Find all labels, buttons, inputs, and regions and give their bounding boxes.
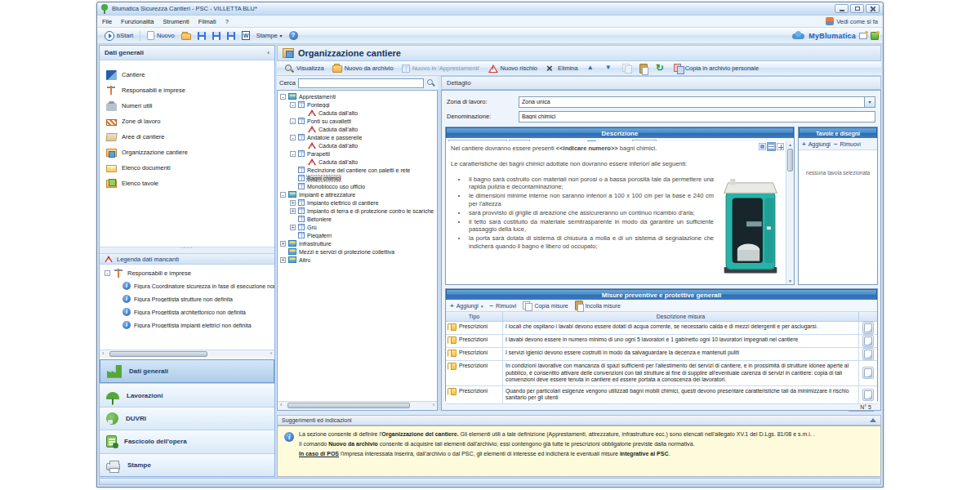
nav-stampe[interactable]: Stampe [100,453,274,476]
nuovo-da-archivio-button[interactable]: Nuovo da archivio [328,63,398,74]
sidebar-splitter[interactable] [100,247,274,253]
incolla-misure-button[interactable]: Incolla misure [575,301,621,310]
tree-toggle[interactable]: - [290,118,296,124]
tree-toggle[interactable]: - [290,151,296,157]
nuovo-rischio-button[interactable]: Nuovo rischio [484,64,541,74]
nav-lavorazioni[interactable]: Lavorazioni [100,383,274,406]
tree-node-caduta-dall-alto[interactable]: Caduta dall'alto [278,109,437,117]
copia-in-archivio-personale-button[interactable]: Copia in archivio personale [670,63,763,74]
maximize-button[interactable] [850,4,864,13]
nav-fascicolo-dell-opera[interactable]: Fascicolo dell'opera [100,430,274,452]
close-button[interactable] [866,4,880,13]
tree-node-caduta-dall-alto[interactable]: Caduta dall'alto [278,158,437,166]
tree-node-andatoie-e-passerelle[interactable]: -Andatoie e passerelle [278,133,437,141]
bstart-button[interactable]: bStart [101,30,136,42]
tree-node-betoniere[interactable]: Betoniere [278,215,437,223]
vedi-come-si-fa-link[interactable]: Vedi come si fa [826,17,878,25]
suggestions-header[interactable]: Suggerimenti ed indicazioni [277,415,881,425]
scroll-thumb[interactable] [109,351,207,357]
zona-dropdown-button[interactable] [865,96,875,108]
tree-node-impianti-e-attrezzature[interactable]: -Impianti e attrezzature [278,190,437,198]
tree-toggle[interactable]: - [280,192,286,198]
tree-toggle[interactable]: + [290,200,296,206]
tree-hscrollbar[interactable] [278,401,437,410]
tree-toggle[interactable]: + [280,257,286,263]
save-button[interactable] [194,31,209,41]
copia-misure-button[interactable]: Copia misure [523,301,568,310]
nav-dati-generali[interactable]: Dati generali [100,359,274,383]
save-as-button[interactable] [224,31,238,41]
note-button[interactable] [862,322,874,334]
search-input[interactable] [298,78,424,88]
stampe-button[interactable]: Stampe [253,31,286,40]
sidebar-item-organizzazione-cantiere[interactable]: Organizzazione cantiere [100,145,274,160]
sidebar-item-aree-di-cantiere[interactable]: Aree di cantiere [100,129,274,145]
editor-vscrollbar[interactable] [786,141,794,284]
tree-node-ponti-su-cavalletti[interactable]: -Ponti su cavalletti [278,117,437,125]
nav-duvri[interactable]: DUVRI [100,407,274,430]
tree-node-monoblocco-uso-ufficio[interactable]: Monoblocco uso ufficio [278,182,437,190]
tree-node-impianto-di-terra-e-di-protezione-contro-le-scariche[interactable]: +Impianto di terra e di protezione contr… [278,207,437,215]
note-button[interactable] [862,348,874,360]
menu-filmati[interactable]: Filmati [198,18,216,25]
scroll-thumb[interactable] [787,149,793,172]
sidebar-item-responsabili-e-imprese[interactable]: Responsabili e imprese [100,82,274,98]
sidebar-item-zone-di-lavoro[interactable]: Zone di lavoro [100,114,274,129]
export-word-button[interactable] [238,30,253,41]
sidebar-item-elenco-documenti[interactable]: Elenco documenti [100,160,274,176]
misure-rimuovi-button[interactable]: Rimuovi [489,302,516,310]
up-button[interactable] [582,63,600,74]
nuovo-button[interactable]: Nuovo [144,30,178,41]
legend-hscrollbar[interactable] [100,350,274,358]
mybluematica-label[interactable]: MyBlumatica [808,32,856,40]
tree-node-piegaferri[interactable]: Piegaferri [278,231,437,239]
tree-toggle[interactable]: - [290,135,296,140]
note-button[interactable] [862,389,874,401]
save-all-button[interactable] [209,31,224,41]
tree-node-apprestamenti[interactable]: -Apprestamenti [278,92,437,100]
sidebar-item-cantiere[interactable]: Cantiere [100,67,274,82]
tavole-rimuovi-button[interactable]: Rimuovi [834,140,861,148]
menu-help[interactable]: ? [225,18,229,25]
tree-toggle[interactable]: - [290,102,296,108]
paste-button[interactable] [635,63,652,74]
sidebar-item-elenco-tavole[interactable]: Elenco tavole [100,176,274,191]
tree-node-mezzi-e-servizi-di-protezione-collettiva[interactable]: Mezzi e servizi di protezione collettiva [278,247,437,256]
tree-node-altro[interactable]: +Altro [278,256,437,264]
collapse-up-icon[interactable] [870,418,876,422]
insert-image-button[interactable] [759,143,766,150]
zona-di-lavoro-select[interactable]: Zona unica [519,96,865,108]
text-wrap-button[interactable] [768,143,775,150]
move-button[interactable] [777,143,784,150]
down-button[interactable] [600,63,618,74]
tree-toggle[interactable]: - [280,94,286,100]
tree-node-impianto-elettrico-di-cantiere[interactable]: +Impianto elettrico di cantiere [278,198,437,207]
tree-node-gr[interactable]: +Grù [278,223,437,231]
denominazione-input[interactable] [519,111,875,122]
tree-node-parapetti[interactable]: -Parapetti [278,149,437,158]
help-button[interactable] [286,30,301,41]
tree-node-recinzione-del-cantiere-con-paletti-e-rete[interactable]: Recinzione del cantiere con paletti e re… [278,166,437,174]
legend-root[interactable]: - Responsabili e imprese [100,267,274,279]
menu-strumenti[interactable]: Strumenti [163,18,189,25]
menu-funzionalit[interactable]: Funzionalità [121,18,154,25]
minimize-button[interactable] [835,4,849,13]
tree-node-ponteggi[interactable]: -Ponteggi [278,100,437,109]
misure-aggiungi-button[interactable]: Aggiungi [450,302,483,310]
tree-node-bagni-chimici[interactable]: Bagni chimici [278,174,437,182]
tree-toggle[interactable]: + [280,241,286,247]
green-badge-icon[interactable] [871,32,879,40]
visualizza-button[interactable]: Visualizza [280,63,328,74]
description-editor[interactable]: Nel cantiere dovranno essere presenti <<… [446,141,794,284]
note-button[interactable] [862,335,874,347]
sidebar-item-numeri-utili[interactable]: Numeri utili [100,98,274,114]
tree-toggle[interactable]: + [290,208,296,214]
tree-node-infrastrutture[interactable]: +Infrastrutture [278,239,437,247]
legend-toggle[interactable]: - [105,270,110,276]
tree-toggle[interactable]: + [290,225,296,230]
tree-node-caduta-dall-alto[interactable]: Caduta dall'alto [278,125,437,133]
menu-file[interactable]: File [102,18,112,25]
search-icon[interactable] [426,78,435,87]
tavole-aggiungi-button[interactable]: Aggiungi [802,140,831,148]
collapse-sidebar-button[interactable] [267,49,270,56]
